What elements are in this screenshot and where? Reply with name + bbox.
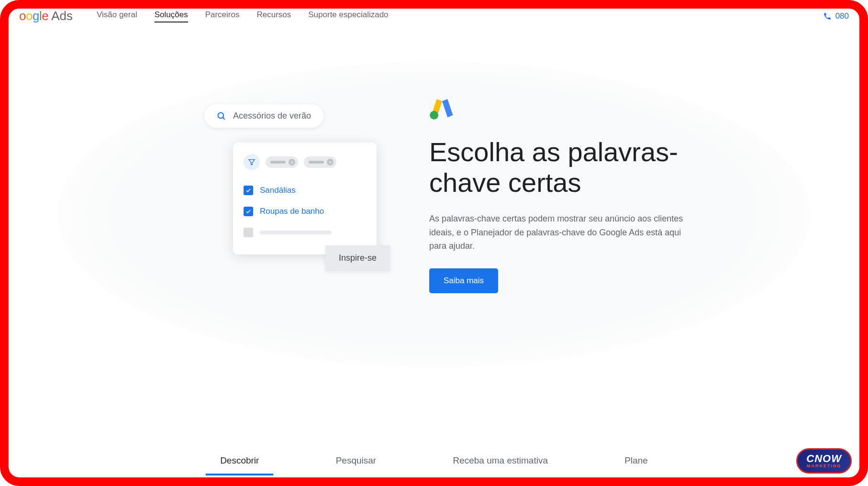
main-content: Acessórios de verão ✕ ✕ (0, 33, 868, 296)
filter-icon (248, 158, 256, 166)
nav-resources[interactable]: Recursos (256, 10, 291, 22)
svg-point-0 (218, 112, 224, 118)
filter-row: ✕ ✕ (244, 154, 366, 170)
cnow-watermark: CNOW MARKETING (796, 448, 852, 474)
watermark-main: CNOW (806, 453, 842, 464)
keyword-row-placeholder (244, 222, 366, 243)
keyword-dropdown: ✕ ✕ Sandálias (233, 143, 377, 254)
hero-headline: Escolha as palavras-chave certas (429, 137, 697, 199)
keyword-label: Sandálias (260, 186, 296, 195)
google-wordmark: oogle (19, 9, 48, 23)
nav-overview[interactable]: Visão geral (97, 10, 137, 22)
google-ads-logo[interactable]: oogle Ads (19, 9, 73, 23)
watermark-sub: MARKETING (807, 464, 842, 468)
search-icon (217, 111, 226, 121)
keyword-label: Roupas de banho (260, 207, 324, 216)
filter-button (244, 154, 260, 170)
check-icon (245, 209, 251, 214)
hero-content: Escolha as palavras-chave certas As pala… (429, 95, 697, 293)
svg-point-3 (430, 111, 438, 120)
filter-chip: ✕ (266, 156, 298, 168)
tab-search[interactable]: Pesquisar (336, 447, 377, 475)
google-ads-icon (429, 95, 455, 121)
ads-label: Ads (51, 9, 73, 23)
filter-chip: ✕ (304, 156, 336, 168)
checkbox-empty (244, 228, 253, 237)
section-tabs: Descobrir Pesquisar Receba uma estimativ… (0, 447, 868, 475)
phone-number: 080 (835, 11, 849, 21)
nav-support[interactable]: Suporte especializado (308, 10, 388, 22)
checkbox-checked (244, 207, 253, 216)
main-nav: Visão geral Soluções Parceiros Recursos … (97, 10, 389, 22)
svg-marker-2 (249, 160, 255, 165)
nav-partners[interactable]: Parceiros (205, 10, 240, 22)
keyword-row: Sandálias (244, 180, 366, 201)
phone-contact[interactable]: 080 (823, 11, 849, 21)
keyword-illustration: Acessórios de verão ✕ ✕ (171, 95, 372, 296)
hero-section: Acessórios de verão ✕ ✕ (29, 71, 839, 296)
hero-description: As palavras-chave certas podem mostrar s… (429, 212, 697, 253)
learn-more-button[interactable]: Saiba mais (429, 268, 498, 293)
tab-plan[interactable]: Plane (624, 447, 648, 475)
site-header: oogle Ads Visão geral Soluções Parceiros… (0, 0, 868, 33)
search-text: Acessórios de verão (233, 111, 311, 121)
check-icon (245, 188, 251, 193)
tab-estimate[interactable]: Receba uma estimativa (453, 447, 548, 475)
nav-solutions[interactable]: Soluções (155, 10, 188, 22)
tab-discover[interactable]: Descobrir (220, 447, 259, 475)
checkbox-checked (244, 186, 253, 195)
placeholder-bar (260, 231, 332, 234)
keyword-row: Roupas de banho (244, 201, 366, 222)
svg-line-1 (223, 117, 225, 119)
search-pill: Acessórios de verão (204, 104, 323, 128)
inspire-button: Inspire-se (325, 245, 390, 271)
phone-icon (823, 12, 832, 21)
